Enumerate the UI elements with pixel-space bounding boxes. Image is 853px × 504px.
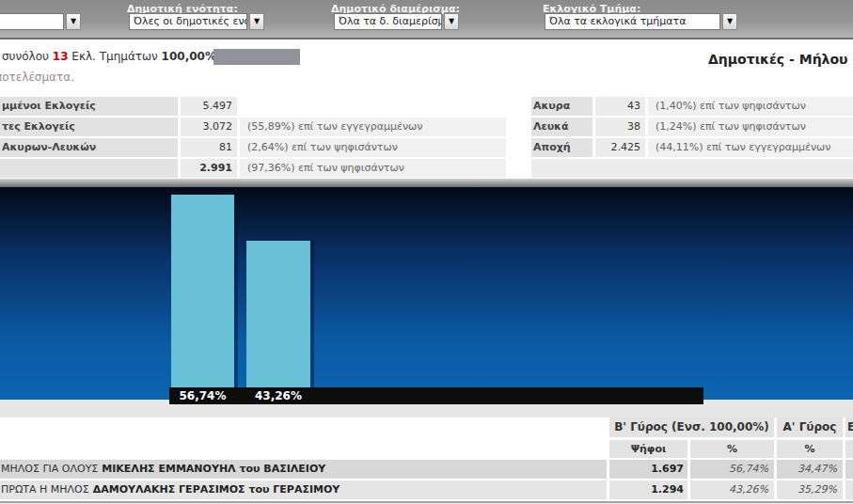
election-results-page: ▼ Δημοτική ενότητα: Όλες οι δημοτικές εν… [0,0,853,504]
summary-value: 5.497 [181,97,237,116]
candidate-clipped-cell [845,480,853,499]
summary-value: 38 [595,118,645,136]
candidate-row-name: ΜΗΛΟΣ ΓΙΑ ΟΛΟΥΣΜΙΚΕΛΗΣ ΕΜΜΑΝΟΥΗΛ του ΒΑΣ… [0,460,607,479]
region-select-arrow[interactable]: ▼ [66,13,81,30]
summary-label: Ακυρα [531,97,592,116]
party-name: ΠΡΩΤΑ Η ΜΗΛΟΣ [1,483,89,496]
summary-label: τες Εκλογείς [0,118,178,136]
summary-note: (2,64%) επί των ψηφισάντων [240,138,506,157]
dropdown-arrow-icon: ▼ [449,17,454,25]
district-select-arrow[interactable]: ▼ [249,13,264,30]
column-header-percent-a: % [777,440,843,458]
column-header-votes: Ψήφοι [609,440,687,458]
candidate-percent-a: 35,29% [777,480,843,499]
summary-table-right: Ακυρα 43 (1,40%) επί των ψηφισάντων Λευκ… [531,97,853,178]
summary-value: 81 [181,138,237,157]
column-header-percent-b: % [690,440,774,458]
region-select[interactable] [0,13,64,30]
column-header-clipped [845,440,853,458]
bar-percent-label: 56,74% [171,387,234,404]
summary-value: 43 [595,97,645,116]
summary-note: (1,24%) επί των ψηφισάντων [648,118,853,136]
subdistrict-select-arrow[interactable]: ▼ [444,13,459,30]
bar-candidate-1 [171,195,234,387]
header-clipped-column: Ε [845,417,853,437]
chart-top-divider [0,179,853,187]
chart-label-strip: 56,74% 43,26% [169,387,703,404]
header-round-a: Α' Γύρος [777,417,843,437]
results-bar-chart [0,187,853,400]
incorporation-percent: 100,00% [162,50,216,63]
district-select[interactable]: Όλες οι δημοτικές ενότητες [129,13,247,30]
page-title: Δημοτικές - Μήλου - [708,52,853,67]
summary-label: Αποχή [531,138,592,157]
summary-note: (55,89%) επί των εγγεγραμμένων [240,118,506,136]
bar-percent-label: 43,26% [246,387,310,404]
summary-value: 3.072 [181,118,237,136]
status-prefix: συνόλου [2,50,53,63]
summary-value: 2.991 [181,159,237,178]
dropdown-arrow-icon: ▼ [727,17,733,25]
candidate-votes: 1.294 [609,480,687,499]
candidate-clipped-cell [845,460,853,479]
summary-note: (1,40%) επί των ψηφισάντων [648,97,853,116]
candidate-percent-b: 43,26% [690,480,774,499]
summary-table-left: μμένοι Εκλογείς 5.497 τες Εκλογείς 3.072… [0,97,506,178]
bar-candidate-2 [246,241,310,387]
status-mid: Εκλ. Τμημάτων [69,50,162,63]
station-count: 13 [53,50,69,63]
summary-note [240,97,506,116]
station-select[interactable]: Όλα τα εκλογικά τμήματα [545,13,720,30]
summary-label: Ακυρων-Λευκών [0,138,178,157]
summary-value: 2.425 [595,138,645,157]
dropdown-arrow-icon: ▼ [254,17,260,25]
summary-note: (44,11%) επί των εγγεγραμμένων [648,138,853,157]
summary-label: Λευκά [531,118,592,136]
summary-empty-row [531,159,853,178]
candidate-row-name: ΠΡΩΤΑ Η ΜΗΛΟΣΔΑΜΟΥΛΑΚΗΣ ΓΕΡΑΣΙΜΟΣ του ΓΕ… [0,480,607,499]
candidate-name: ΜΙΚΕΛΗΣ ΕΜΜΑΝΟΥΗΛ του ΒΑΣΙΛΕΙΟΥ [102,463,325,475]
results-note: ποτελέσματα. [0,71,74,84]
progress-bar [213,49,300,65]
summary-label [0,159,178,178]
dropdown-arrow-icon: ▼ [71,17,76,25]
party-name: ΜΗΛΟΣ ΓΙΑ ΟΛΟΥΣ [1,463,98,475]
summary-note: (97,36%) επί των ψηφισάντων [240,159,506,178]
station-select-arrow[interactable]: ▼ [722,13,737,30]
candidate-votes: 1.697 [609,460,687,479]
incorporation-status: συνόλου 13 Εκλ. Τμημάτων 100,00% [2,50,216,63]
candidate-name: ΔΑΜΟΥΛΑΚΗΣ ΓΕΡΑΣΙΜΟΣ του ΓΕΡΑΣΙΜΟΥ [93,483,340,496]
subdistrict-select[interactable]: Όλα τα δ. διαμερίσματα [334,13,442,30]
candidate-percent-b: 56,74% [690,460,774,479]
header-round-b: Β' Γύρος (Ενσ. 100,00%) [609,417,774,437]
candidate-percent-a: 34,47% [777,460,843,479]
filter-toolbar: ▼ Δημοτική ενότητα: Όλες οι δημοτικές εν… [0,0,853,39]
summary-label: μμένοι Εκλογείς [0,97,178,116]
